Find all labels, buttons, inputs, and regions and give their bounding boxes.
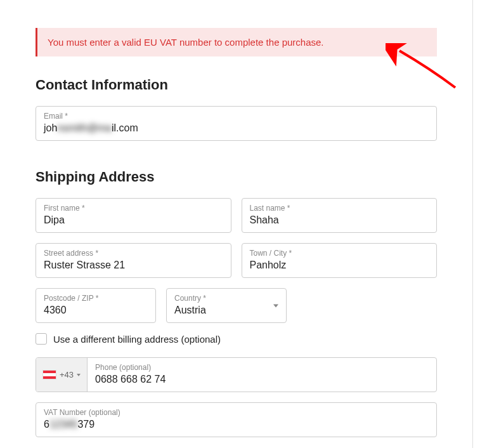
- alert-text: You must enter a valid EU VAT number to …: [48, 37, 324, 48]
- first-name-field-wrapper[interactable]: First name *: [36, 198, 231, 233]
- phone-field-wrapper[interactable]: +43 Phone (optional): [36, 357, 437, 392]
- phone-country-selector[interactable]: +43: [36, 358, 88, 392]
- country-label: Country *: [174, 294, 278, 303]
- town-input[interactable]: [250, 260, 429, 271]
- billing-checkbox[interactable]: [36, 333, 47, 345]
- phone-label: Phone (optional): [95, 363, 429, 372]
- contact-section-title: Contact Information: [36, 77, 437, 93]
- vat-label: VAT Number (optional): [44, 408, 429, 417]
- phone-prefix-code: +43: [60, 370, 74, 379]
- town-label: Town / City *: [250, 249, 429, 258]
- shipping-section-title: Shipping Address: [36, 169, 437, 185]
- chevron-down-icon: [77, 374, 81, 376]
- austria-flag-icon: [42, 370, 56, 379]
- billing-checkbox-label: Use a different billing address (optiona…: [53, 334, 221, 345]
- country-value: Austria: [174, 305, 278, 316]
- postcode-label: Postcode / ZIP *: [44, 294, 148, 303]
- town-field-wrapper[interactable]: Town / City *: [242, 243, 438, 278]
- vat-field-wrapper[interactable]: VAT Number (optional) 612345379: [36, 402, 437, 437]
- last-name-label: Last name *: [250, 204, 429, 213]
- street-label: Street address *: [44, 249, 223, 258]
- street-field-wrapper[interactable]: Street address *: [36, 243, 231, 278]
- email-input[interactable]: johnsmith@mail.com: [44, 122, 429, 134]
- email-field-wrapper[interactable]: Email * johnsmith@mail.com: [36, 106, 437, 141]
- first-name-input[interactable]: [44, 214, 223, 226]
- vat-input[interactable]: 612345379: [44, 419, 429, 430]
- vat-error-alert: You must enter a valid EU VAT number to …: [36, 28, 437, 56]
- postcode-field-wrapper[interactable]: Postcode / ZIP *: [36, 288, 156, 323]
- email-label: Email *: [44, 112, 429, 121]
- last-name-input[interactable]: [250, 214, 429, 226]
- postcode-input[interactable]: [44, 305, 148, 316]
- chevron-down-icon: [273, 304, 278, 307]
- country-select[interactable]: Country * Austria: [166, 288, 287, 323]
- street-input[interactable]: [44, 260, 223, 271]
- phone-input[interactable]: [95, 374, 429, 385]
- checkout-form: You must enter a valid EU VAT number to …: [0, 0, 473, 448]
- billing-checkbox-row[interactable]: Use a different billing address (optiona…: [36, 333, 437, 345]
- first-name-label: First name *: [44, 204, 223, 213]
- last-name-field-wrapper[interactable]: Last name *: [242, 198, 438, 233]
